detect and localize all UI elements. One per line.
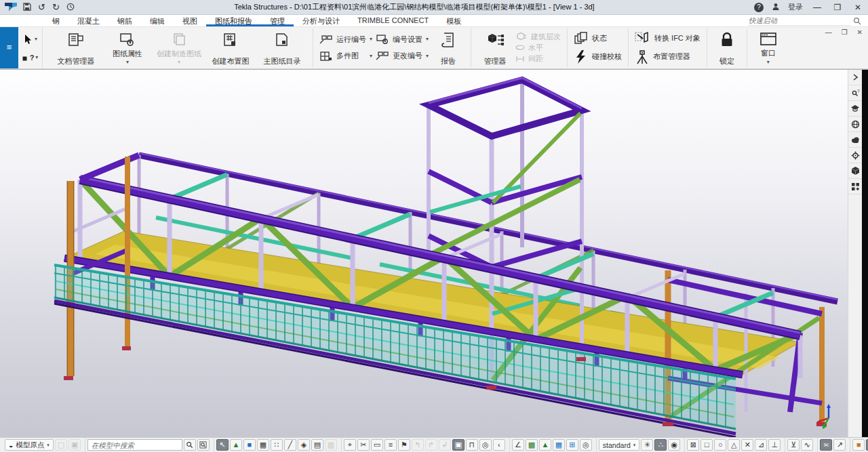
help-icon[interactable]: ?	[754, 3, 764, 12]
select-components-button[interactable]: ∷	[271, 439, 283, 451]
model-origin-dropdown[interactable]: ◒ 模型原点 ▾	[5, 439, 54, 451]
angle-snap-button[interactable]: ∠	[512, 439, 524, 451]
create-layout-drawing-button[interactable]: 创建布置图	[205, 28, 256, 67]
snapshot-button[interactable]: ✳	[641, 439, 653, 451]
quick-launch-input[interactable]	[749, 16, 850, 26]
numbering-settings-caret[interactable]: ▾	[426, 37, 429, 42]
ribbon-tab[interactable]: 视图	[174, 15, 206, 26]
user-icon[interactable]	[772, 3, 780, 12]
change-numbering-caret[interactable]: ▾	[426, 54, 429, 59]
select-cursor-button[interactable]: ▾	[23, 34, 37, 45]
snap-direction-button[interactable]: ↗	[833, 439, 846, 451]
master-drawing-catalog-button[interactable]: 主图纸目录	[256, 28, 308, 67]
warehouse-cloud-icon[interactable]	[848, 132, 863, 148]
login-link[interactable]: 登录	[788, 2, 803, 12]
document-manager-button[interactable]: 文档管理器	[50, 28, 102, 67]
snap-tracking-button[interactable]: ↲	[439, 439, 451, 451]
select-parts-button[interactable]: ╱	[284, 439, 296, 451]
snap-rectangle-button[interactable]: ▭	[371, 439, 383, 451]
snap-extension-button[interactable]: ↰	[412, 439, 424, 451]
reports-button[interactable]: 报告	[431, 28, 466, 67]
render-parts-button[interactable]: ▩	[526, 439, 538, 451]
select-pointer-button[interactable]: ↖	[216, 439, 229, 451]
snap-perpendicular-button[interactable]: ⊿	[755, 439, 767, 451]
snap-reference-button[interactable]: ⌖	[344, 439, 356, 451]
convert-ifc-button[interactable]: 转换 IFC 对象	[635, 31, 701, 45]
model-viewport[interactable]: ?	[0, 69, 868, 437]
minimize-button[interactable]: —	[811, 3, 823, 12]
snap-curve-button[interactable]: ∿	[801, 439, 813, 451]
snap-lines-button[interactable]: ≡	[384, 439, 397, 451]
clash-check-button[interactable]: 碰撞校核	[574, 50, 622, 64]
ribbon-tab[interactable]: 管理	[261, 15, 294, 26]
ribbon-tab[interactable]: 分析与设计	[294, 15, 349, 26]
run-numbering-caret[interactable]: ▾	[370, 37, 372, 42]
select-grids-button[interactable]: ▤	[311, 439, 323, 451]
ribbon-tab[interactable]: 混凝土	[68, 15, 108, 26]
visibility-eye-button[interactable]: ◉	[668, 439, 680, 451]
components-catalog-icon[interactable]	[848, 179, 863, 194]
inquire-tool-button[interactable]: ?▾	[22, 54, 39, 62]
snap-circle-button[interactable]: ○	[714, 439, 726, 451]
ribbon-tab[interactable]: 钢	[43, 15, 68, 26]
drawing-properties-button[interactable]: 图纸属性 ▾	[102, 28, 153, 67]
undo-icon[interactable]: ↺	[38, 3, 45, 12]
grid-toggle-button[interactable]: ⊞	[566, 439, 578, 451]
snap-off-button[interactable]: ⊠	[687, 439, 699, 451]
snap-flag-button[interactable]: ⚑	[398, 439, 410, 451]
snap-triangle-button[interactable]: △	[728, 439, 740, 451]
lock-button[interactable]: 锁定	[712, 28, 742, 67]
select-all-button[interactable]: ▦	[257, 439, 269, 451]
view-restore-button[interactable]: ❐	[842, 28, 848, 36]
grid-display-button[interactable]: ▦	[553, 439, 565, 451]
render-points-button[interactable]: ▲	[539, 439, 551, 451]
layout-manager-button[interactable]: 布置管理器	[635, 49, 701, 64]
ribbon-tab[interactable]: 钢筋	[108, 15, 141, 26]
model-cube-icon[interactable]	[848, 163, 863, 179]
select-grid-lines-button[interactable]: ▥	[325, 439, 337, 451]
zoom-selected-button[interactable]: ◎	[580, 439, 592, 451]
numbering-settings-button[interactable]: 编号设置	[376, 35, 422, 45]
model-search-input[interactable]	[87, 439, 182, 451]
select-points-button[interactable]: ◈	[298, 439, 310, 451]
snap-intersection-button[interactable]: ⊥	[768, 439, 781, 451]
run-numbering-button[interactable]: 运行编号	[319, 35, 366, 45]
status-button[interactable]: 状态	[574, 32, 622, 44]
multi-drawing-button[interactable]: 多件图	[319, 51, 366, 61]
select-objects-button[interactable]: ■	[243, 439, 256, 451]
snap-ortho-button[interactable]: ↱	[425, 439, 437, 451]
search-window-icon[interactable]	[197, 439, 210, 451]
collapse-chevron-icon[interactable]	[848, 70, 863, 85]
ribbon-tab[interactable]: 图纸和报告	[206, 15, 261, 26]
points-size-button[interactable]: ∴	[654, 439, 667, 451]
snap-frame-button[interactable]: ⊓	[466, 439, 478, 451]
rotate-tool-button[interactable]: ▣	[68, 439, 81, 451]
view-minimize-button[interactable]: —	[825, 28, 832, 36]
pan-tool-button[interactable]: ▢	[55, 439, 67, 451]
workplane-a-button[interactable]: ■	[852, 439, 865, 451]
ribbon-tab[interactable]: 编辑	[141, 15, 174, 26]
snap-depth-button[interactable]: ▣	[452, 439, 465, 451]
search-icon[interactable]	[184, 439, 196, 451]
snap-hold-button[interactable]: ≍	[820, 439, 832, 451]
snap-cut-button[interactable]: ✂	[357, 439, 370, 451]
file-menu-button[interactable]: ≡	[0, 27, 18, 68]
snap-square-button[interactable]: □	[701, 439, 713, 451]
maximize-button[interactable]: ❐	[831, 3, 844, 12]
window-button[interactable]: 窗口 ▾	[752, 28, 785, 67]
community-globe-icon[interactable]	[848, 117, 863, 132]
close-button[interactable]: ✕	[852, 3, 864, 12]
truss-model-3d[interactable]	[0, 70, 849, 437]
organizer-button[interactable]: 管理器	[476, 28, 514, 67]
select-assemblies-button[interactable]: ▲	[230, 439, 242, 451]
save-icon[interactable]	[23, 3, 31, 12]
campus-cap-icon[interactable]	[848, 101, 863, 117]
snap-angle-bracket-button[interactable]: ‹	[493, 439, 505, 451]
snap-midline-button[interactable]: ⊻	[787, 439, 800, 451]
search-icon[interactable]	[853, 17, 861, 25]
settings-gear-icon[interactable]	[848, 148, 863, 163]
redo-icon[interactable]: ↻	[52, 3, 60, 12]
representation-dropdown[interactable]: standard▾	[599, 439, 639, 451]
multi-drawing-caret[interactable]: ▾	[370, 54, 372, 59]
change-numbering-button[interactable]: 更改编号	[376, 51, 422, 61]
